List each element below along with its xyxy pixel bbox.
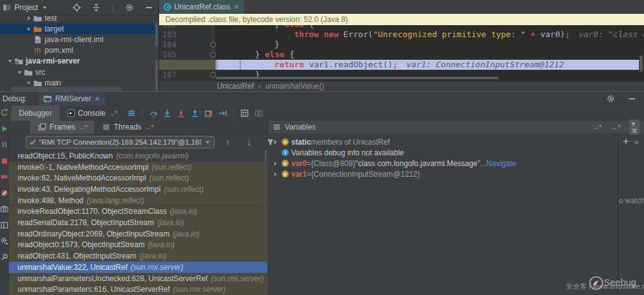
- variables-menu-icon[interactable]: [272, 123, 281, 131]
- frame-down-icon[interactable]: ↓: [244, 137, 254, 147]
- frame-up-icon[interactable]: ↑: [223, 137, 233, 147]
- layout-options-icon[interactable]: [253, 108, 264, 118]
- thread-dump-icon[interactable]: [0, 204, 9, 213]
- jump-to-source-icon: →*: [79, 123, 87, 131]
- editor-vscrollbar-thumb[interactable]: [640, 55, 643, 72]
- expander-icon[interactable]: [272, 160, 279, 167]
- stack-frame-row[interactable]: unmarshalParametersUnchecked:628, Unicas…: [9, 273, 267, 284]
- watches-divider[interactable]: [618, 134, 618, 295]
- pause-icon[interactable]: [0, 140, 9, 149]
- navigate-link[interactable]: Navigate: [487, 159, 516, 168]
- fold-marker-icon[interactable]: [210, 52, 216, 57]
- editor-tab-unicastref[interactable]: C UnicastRef.class: [159, 0, 244, 14]
- stack-frame-row[interactable]: readObject:15, PublicKnown(com.longofo.j…: [9, 150, 267, 162]
- tab-frames[interactable]: Frames →*: [30, 121, 94, 134]
- settings-icon[interactable]: [606, 94, 616, 104]
- code-line-186: return var1.readObject();var1: Connectio…: [216, 60, 564, 70]
- editor-area: C UnicastRef.class Decompiled .class fil…: [159, 0, 644, 91]
- project-scrollbar-thumb[interactable]: [155, 23, 158, 47]
- show-execution-point-icon[interactable]: [126, 108, 136, 118]
- variable-row[interactable]: iVariables debug info not available: [268, 147, 618, 158]
- tab-console[interactable]: ▸ Console →*: [60, 106, 125, 121]
- view-options-icon[interactable]: ▾ ≣: [630, 122, 640, 132]
- locate-icon[interactable]: [72, 3, 82, 13]
- debug-session-tab[interactable]: RMIServer: [38, 92, 106, 106]
- close-icon[interactable]: [233, 4, 240, 10]
- tab-threads[interactable]: Threads →*: [94, 121, 160, 134]
- step-out-icon[interactable]: [190, 108, 200, 118]
- debugger-settings-icon[interactable]: [0, 237, 9, 245]
- stack-frame-row[interactable]: invoke:43, DelegatingMethodAccessorImpl(…: [9, 184, 267, 195]
- fold-marker-icon[interactable]: [210, 42, 216, 47]
- chevron-down-icon[interactable]: [41, 4, 48, 11]
- variable-row[interactable]: pvar0 = {Class@808} "class com.longofo.j…: [268, 158, 618, 169]
- tree-item-pom-xml[interactable]: mpom.xml: [0, 45, 155, 56]
- project-scrollbar-thumb[interactable]: [155, 60, 158, 91]
- chevron-down-icon[interactable]: [16, 69, 23, 75]
- stack-frame-row[interactable]: invoke:62, NativeMethodAccessorImpl(sun.…: [9, 172, 267, 184]
- add-watch-icon[interactable]: +: [623, 136, 630, 147]
- expander-icon[interactable]: [272, 171, 279, 177]
- jump-to-type-icon[interactable]: →*: [611, 122, 621, 132]
- force-step-into-icon[interactable]: [176, 108, 186, 118]
- variable-row[interactable]: pvar1 = {ConnectionInputStream@1212}: [268, 169, 618, 179]
- stack-frame-row[interactable]: unmarshalParameters:616, UnicastServerRe…: [9, 284, 267, 295]
- debugger-toolbar-row: Debugger ▸ Console →*: [9, 106, 644, 121]
- stack-frame-row[interactable]: readObject0:1573, ObjectInputStream(java…: [9, 240, 267, 251]
- chevron-right-icon[interactable]: [25, 26, 33, 32]
- module-icon: [14, 57, 23, 65]
- line-number: 184: [162, 40, 177, 50]
- line-number: 182: [162, 25, 177, 30]
- editor-hscrollbar-thumb[interactable]: [216, 77, 499, 79]
- expander-icon[interactable]: [272, 139, 279, 145]
- stack-frame-row[interactable]: readOrdinaryObject:2069, ObjectInputStre…: [9, 228, 267, 240]
- evaluate-expression-icon[interactable]: [240, 108, 250, 118]
- line-number: 187: [162, 70, 177, 80]
- restore-layout-icon[interactable]: [0, 221, 9, 230]
- code-line-184: }: [216, 40, 279, 50]
- folder-target-icon: [33, 25, 42, 33]
- run-to-cursor-icon[interactable]: [218, 108, 228, 118]
- hide-icon[interactable]: [627, 94, 637, 104]
- mute-breakpoints-icon[interactable]: [0, 189, 9, 198]
- stack-frame-row[interactable]: readObject:431, ObjectInputStream(java.i…: [9, 250, 267, 262]
- drop-frame-icon[interactable]: [204, 108, 214, 118]
- step-into-icon[interactable]: [162, 108, 172, 118]
- code-line-182: } else {: [216, 25, 314, 30]
- rerun-icon[interactable]: [0, 108, 9, 117]
- stack-frame-row[interactable]: invoke:498, Method(java.lang.reflect): [9, 195, 267, 206]
- stack-frame-row[interactable]: invoke0:-1, NativeMethodAccessorImpl(sun…: [9, 162, 267, 173]
- stack-frame-row[interactable]: readSerialData:2178, ObjectInputStream(j…: [9, 217, 267, 228]
- tab-debugger[interactable]: Debugger: [11, 106, 60, 121]
- step-over-icon[interactable]: [148, 108, 158, 118]
- code-editor[interactable]: 182183184185186187 } else {throw new Err…: [159, 25, 644, 81]
- jump-to-source-icon[interactable]: →*: [592, 122, 602, 132]
- stack-frame-row[interactable]: unmarshalValue:322, UnicastRef(sun.rmi.s…: [9, 262, 267, 273]
- stack-frame-row[interactable]: invokeReadObject:1170, ObjectStreamClass…: [9, 206, 267, 218]
- folder-icon: [33, 14, 42, 23]
- tree-item-test[interactable]: test: [0, 13, 155, 23]
- fold-marker-icon[interactable]: [210, 72, 216, 77]
- stop-icon[interactable]: [0, 157, 9, 165]
- tree-item-src[interactable]: src: [0, 67, 155, 77]
- settings-icon[interactable]: [125, 3, 135, 13]
- chevron-down-icon[interactable]: [25, 80, 33, 86]
- threads-tab-label: Threads: [114, 123, 142, 131]
- view-breakpoints-icon[interactable]: [0, 172, 9, 181]
- jump-to-source-icon: →*: [145, 123, 153, 131]
- resume-icon[interactable]: [0, 125, 9, 133]
- pin-icon[interactable]: [0, 253, 9, 262]
- breadcrumb-method[interactable]: unmarshalValue(): [265, 82, 325, 91]
- close-icon[interactable]: [94, 96, 101, 102]
- tree-item-java-rmi-server[interactable]: java-rmi-server: [0, 56, 155, 67]
- tree-item-target[interactable]: target: [0, 23, 155, 34]
- tree-item-java-rmi-client-iml[interactable]: java-rmi-client.iml: [0, 34, 155, 45]
- variable-row[interactable]: sstatic members of UnicastRef: [268, 136, 618, 147]
- hide-icon[interactable]: [144, 3, 154, 13]
- chevron-right-icon[interactable]: [25, 15, 33, 21]
- breadcrumb-class[interactable]: UnicastRef: [217, 82, 254, 91]
- chevron-down-icon[interactable]: [6, 58, 14, 64]
- expand-watches-icon[interactable]: »: [633, 136, 640, 147]
- thread-selector-dropdown[interactable]: "RMI TCP Connection(2)-169.254.142.179"@…: [26, 136, 214, 148]
- collapse-all-icon[interactable]: [91, 3, 101, 13]
